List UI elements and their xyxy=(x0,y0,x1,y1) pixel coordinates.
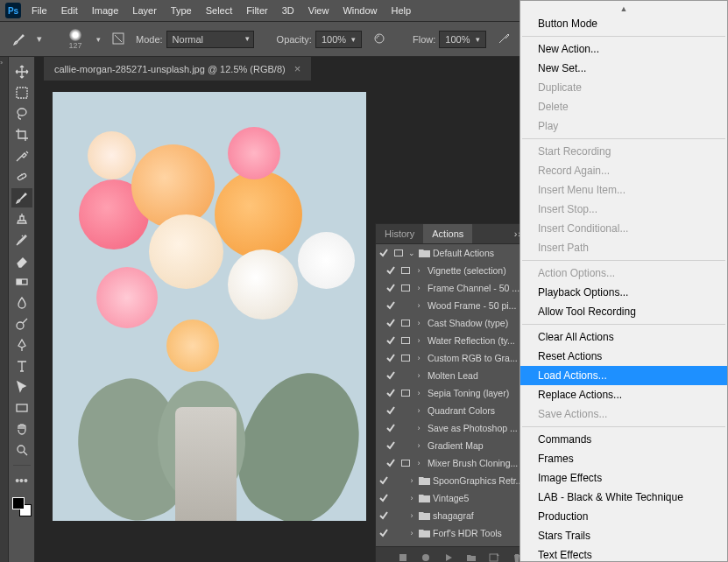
brush-preset-picker[interactable]: 127 xyxy=(61,25,89,53)
close-icon[interactable]: × xyxy=(294,62,301,75)
toggle-dialog[interactable] xyxy=(399,267,413,274)
toggle-dialog[interactable] xyxy=(392,249,406,256)
action-row[interactable]: ›Frame Channel - 50 ... xyxy=(376,279,543,297)
play-icon[interactable] xyxy=(443,552,454,562)
action-row[interactable]: ›Wood Frame - 50 pi... xyxy=(376,297,543,314)
toggle-dialog[interactable] xyxy=(399,320,413,327)
toggle-checkbox[interactable] xyxy=(376,476,392,485)
action-row[interactable]: ›Quadrant Colors xyxy=(376,402,543,419)
canvas[interactable] xyxy=(53,92,366,521)
brush-panel-toggle[interactable] xyxy=(108,28,129,51)
eyedropper-tool[interactable] xyxy=(11,146,32,165)
toggle-checkbox[interactable] xyxy=(383,441,399,450)
hand-tool[interactable] xyxy=(11,419,32,439)
toggle-checkbox[interactable] xyxy=(376,511,392,520)
menu-filter[interactable]: Filter xyxy=(239,2,274,19)
menu-item-stars-trails[interactable]: Stars Trails xyxy=(520,526,727,545)
document-tab[interactable]: callie-morgan-285271-unsplash.jpg @ 12.5… xyxy=(44,57,311,81)
menu-image[interactable]: Image xyxy=(85,2,126,19)
edit-toolbar-icon[interactable]: ••• xyxy=(11,471,32,490)
menu-item-load-actions[interactable]: Load Actions... xyxy=(520,366,727,385)
toggle-checkbox[interactable] xyxy=(383,284,399,292)
blur-tool[interactable] xyxy=(11,293,32,313)
toggle-checkbox[interactable] xyxy=(383,354,399,362)
expand-icon[interactable]: › xyxy=(406,494,418,502)
menu-type[interactable]: Type xyxy=(164,2,199,19)
blend-mode-dropdown[interactable]: Normal xyxy=(166,31,254,48)
tab-history[interactable]: History xyxy=(376,224,423,243)
action-row[interactable]: ›Forf's HDR Tools xyxy=(376,524,543,542)
action-row[interactable]: ›Water Reflection (ty... xyxy=(376,332,543,349)
menu-3d[interactable]: 3D xyxy=(275,2,301,19)
tab-actions[interactable]: Actions xyxy=(423,224,472,243)
action-row[interactable]: ›Custom RGB to Gra... xyxy=(376,349,543,367)
healing-brush-tool[interactable] xyxy=(11,167,32,186)
expand-icon[interactable]: › xyxy=(413,389,425,397)
toggle-checkbox[interactable] xyxy=(383,406,399,415)
expand-icon[interactable]: › xyxy=(413,266,425,275)
menu-item-text-effects[interactable]: Text Effects xyxy=(520,545,727,562)
expand-icon[interactable]: › xyxy=(413,371,425,380)
lasso-tool[interactable] xyxy=(11,104,32,123)
clone-stamp-tool[interactable] xyxy=(11,209,32,228)
action-row[interactable]: ›Sepia Toning (layer) xyxy=(376,384,543,402)
expand-icon[interactable]: › xyxy=(413,354,425,362)
menu-item-clear-all-actions[interactable]: Clear All Actions xyxy=(520,327,727,347)
expand-icon[interactable]: › xyxy=(413,459,425,467)
menu-item-frames[interactable]: Frames xyxy=(520,449,727,468)
toggle-checkbox[interactable] xyxy=(376,494,392,502)
menu-item-new-action[interactable]: New Action... xyxy=(520,39,727,59)
action-row[interactable]: ⌄Default Actions xyxy=(376,244,543,262)
flow-input[interactable]: 100%▾ xyxy=(439,31,485,48)
crop-tool[interactable] xyxy=(11,125,32,144)
menu-item-new-set[interactable]: New Set... xyxy=(520,59,727,78)
action-row[interactable]: ›Mixer Brush Cloning... xyxy=(376,454,543,472)
expand-icon[interactable]: › xyxy=(413,424,425,432)
dodge-tool[interactable] xyxy=(11,314,32,334)
expand-icon[interactable]: › xyxy=(413,441,425,450)
history-brush-tool[interactable] xyxy=(11,230,32,249)
action-row[interactable]: ›Molten Lead xyxy=(376,367,543,384)
toggle-checkbox[interactable] xyxy=(376,529,392,537)
action-row[interactable]: ›Gradient Map xyxy=(376,437,543,454)
color-swatch[interactable] xyxy=(12,497,32,516)
eraser-tool[interactable] xyxy=(11,251,32,270)
new-action-icon[interactable] xyxy=(489,552,499,562)
menu-item-replace-actions[interactable]: Replace Actions... xyxy=(520,385,727,404)
menu-item-reset-actions[interactable]: Reset Actions xyxy=(520,347,727,366)
expand-icon[interactable]: ⌄ xyxy=(406,249,418,257)
pen-tool[interactable] xyxy=(11,335,32,355)
toggle-dialog[interactable] xyxy=(399,337,413,344)
toolbar-grip[interactable] xyxy=(0,57,9,562)
expand-icon[interactable]: › xyxy=(413,319,425,327)
brush-tool[interactable] xyxy=(11,188,32,207)
type-tool[interactable] xyxy=(11,356,32,376)
menu-item-playback-options[interactable]: Playback Options... xyxy=(520,283,727,302)
expand-icon[interactable]: › xyxy=(413,301,425,310)
action-row[interactable]: ›Vintage5 xyxy=(376,489,543,507)
pressure-opacity-icon[interactable] xyxy=(369,28,390,51)
menu-item-lab-black-white-technique[interactable]: LAB - Black & White Technique xyxy=(520,488,727,507)
toggle-checkbox[interactable] xyxy=(383,319,399,327)
menu-edit[interactable]: Edit xyxy=(54,2,85,19)
rectangle-tool[interactable] xyxy=(11,398,32,418)
zoom-tool[interactable] xyxy=(11,440,32,460)
move-tool[interactable] xyxy=(11,62,32,81)
chevron-down-icon[interactable]: ▾ xyxy=(96,35,101,44)
new-set-icon[interactable] xyxy=(466,552,477,562)
action-row[interactable]: ›Save as Photoshop ... xyxy=(376,419,543,437)
menu-item-image-effects[interactable]: Image Effects xyxy=(520,468,727,488)
marquee-tool[interactable] xyxy=(11,83,32,102)
expand-icon[interactable]: › xyxy=(413,406,425,415)
airbrush-icon[interactable] xyxy=(493,28,514,51)
path-selection-tool[interactable] xyxy=(11,377,32,397)
menu-item-commands[interactable]: Commands xyxy=(520,430,727,449)
toggle-checkbox[interactable] xyxy=(376,249,392,257)
menu-item-button-mode[interactable]: Button Mode xyxy=(520,14,727,33)
menu-file[interactable]: File xyxy=(25,2,54,19)
action-row[interactable]: ›SpoonGraphics Retr... xyxy=(376,472,543,489)
expand-icon[interactable]: › xyxy=(406,476,418,485)
toggle-checkbox[interactable] xyxy=(383,266,399,275)
toggle-checkbox[interactable] xyxy=(383,459,399,467)
expand-icon[interactable]: › xyxy=(413,284,425,292)
